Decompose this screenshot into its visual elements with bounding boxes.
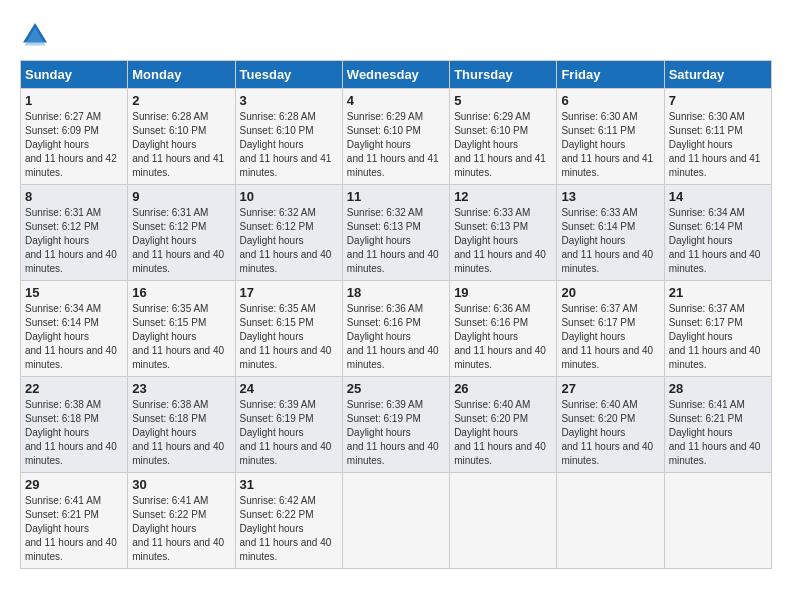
weekday-header-friday: Friday [557, 61, 664, 89]
day-info: Sunrise: 6:28 AM Sunset: 6:10 PM Dayligh… [132, 110, 230, 180]
day-number: 3 [240, 93, 338, 108]
day-info: Sunrise: 6:34 AM Sunset: 6:14 PM Dayligh… [25, 302, 123, 372]
day-info: Sunrise: 6:33 AM Sunset: 6:13 PM Dayligh… [454, 206, 552, 276]
calendar-cell: 7 Sunrise: 6:30 AM Sunset: 6:11 PM Dayli… [664, 89, 771, 185]
day-info: Sunrise: 6:29 AM Sunset: 6:10 PM Dayligh… [454, 110, 552, 180]
day-number: 19 [454, 285, 552, 300]
calendar-cell: 9 Sunrise: 6:31 AM Sunset: 6:12 PM Dayli… [128, 185, 235, 281]
calendar-cell: 12 Sunrise: 6:33 AM Sunset: 6:13 PM Dayl… [450, 185, 557, 281]
day-number: 21 [669, 285, 767, 300]
day-info: Sunrise: 6:39 AM Sunset: 6:19 PM Dayligh… [347, 398, 445, 468]
calendar-cell [557, 473, 664, 569]
calendar-cell [342, 473, 449, 569]
calendar-cell: 19 Sunrise: 6:36 AM Sunset: 6:16 PM Dayl… [450, 281, 557, 377]
calendar-week-row: 1 Sunrise: 6:27 AM Sunset: 6:09 PM Dayli… [21, 89, 772, 185]
calendar-week-row: 15 Sunrise: 6:34 AM Sunset: 6:14 PM Dayl… [21, 281, 772, 377]
calendar-cell: 17 Sunrise: 6:35 AM Sunset: 6:15 PM Dayl… [235, 281, 342, 377]
weekday-header-sunday: Sunday [21, 61, 128, 89]
day-number: 17 [240, 285, 338, 300]
day-info: Sunrise: 6:41 AM Sunset: 6:21 PM Dayligh… [25, 494, 123, 564]
day-number: 16 [132, 285, 230, 300]
calendar-cell: 21 Sunrise: 6:37 AM Sunset: 6:17 PM Dayl… [664, 281, 771, 377]
weekday-header-row: SundayMondayTuesdayWednesdayThursdayFrid… [21, 61, 772, 89]
day-info: Sunrise: 6:29 AM Sunset: 6:10 PM Dayligh… [347, 110, 445, 180]
day-number: 18 [347, 285, 445, 300]
calendar-cell: 1 Sunrise: 6:27 AM Sunset: 6:09 PM Dayli… [21, 89, 128, 185]
day-info: Sunrise: 6:32 AM Sunset: 6:12 PM Dayligh… [240, 206, 338, 276]
day-info: Sunrise: 6:27 AM Sunset: 6:09 PM Dayligh… [25, 110, 123, 180]
day-info: Sunrise: 6:30 AM Sunset: 6:11 PM Dayligh… [561, 110, 659, 180]
weekday-header-wednesday: Wednesday [342, 61, 449, 89]
day-number: 13 [561, 189, 659, 204]
calendar-week-row: 8 Sunrise: 6:31 AM Sunset: 6:12 PM Dayli… [21, 185, 772, 281]
calendar-cell: 25 Sunrise: 6:39 AM Sunset: 6:19 PM Dayl… [342, 377, 449, 473]
calendar-cell: 8 Sunrise: 6:31 AM Sunset: 6:12 PM Dayli… [21, 185, 128, 281]
calendar-cell: 31 Sunrise: 6:42 AM Sunset: 6:22 PM Dayl… [235, 473, 342, 569]
day-info: Sunrise: 6:36 AM Sunset: 6:16 PM Dayligh… [347, 302, 445, 372]
day-info: Sunrise: 6:38 AM Sunset: 6:18 PM Dayligh… [132, 398, 230, 468]
calendar-cell [450, 473, 557, 569]
day-info: Sunrise: 6:34 AM Sunset: 6:14 PM Dayligh… [669, 206, 767, 276]
day-number: 1 [25, 93, 123, 108]
calendar-cell: 10 Sunrise: 6:32 AM Sunset: 6:12 PM Dayl… [235, 185, 342, 281]
calendar-cell: 23 Sunrise: 6:38 AM Sunset: 6:18 PM Dayl… [128, 377, 235, 473]
day-number: 8 [25, 189, 123, 204]
day-info: Sunrise: 6:37 AM Sunset: 6:17 PM Dayligh… [561, 302, 659, 372]
calendar-week-row: 22 Sunrise: 6:38 AM Sunset: 6:18 PM Dayl… [21, 377, 772, 473]
calendar-cell: 11 Sunrise: 6:32 AM Sunset: 6:13 PM Dayl… [342, 185, 449, 281]
calendar-cell: 24 Sunrise: 6:39 AM Sunset: 6:19 PM Dayl… [235, 377, 342, 473]
day-number: 10 [240, 189, 338, 204]
calendar-cell: 16 Sunrise: 6:35 AM Sunset: 6:15 PM Dayl… [128, 281, 235, 377]
day-number: 4 [347, 93, 445, 108]
calendar-cell: 3 Sunrise: 6:28 AM Sunset: 6:10 PM Dayli… [235, 89, 342, 185]
calendar-cell: 14 Sunrise: 6:34 AM Sunset: 6:14 PM Dayl… [664, 185, 771, 281]
day-number: 5 [454, 93, 552, 108]
day-info: Sunrise: 6:40 AM Sunset: 6:20 PM Dayligh… [454, 398, 552, 468]
calendar-cell [664, 473, 771, 569]
day-info: Sunrise: 6:28 AM Sunset: 6:10 PM Dayligh… [240, 110, 338, 180]
day-info: Sunrise: 6:32 AM Sunset: 6:13 PM Dayligh… [347, 206, 445, 276]
calendar-cell: 28 Sunrise: 6:41 AM Sunset: 6:21 PM Dayl… [664, 377, 771, 473]
day-number: 15 [25, 285, 123, 300]
day-number: 25 [347, 381, 445, 396]
day-number: 22 [25, 381, 123, 396]
day-info: Sunrise: 6:37 AM Sunset: 6:17 PM Dayligh… [669, 302, 767, 372]
day-number: 26 [454, 381, 552, 396]
day-info: Sunrise: 6:42 AM Sunset: 6:22 PM Dayligh… [240, 494, 338, 564]
day-info: Sunrise: 6:41 AM Sunset: 6:22 PM Dayligh… [132, 494, 230, 564]
day-info: Sunrise: 6:30 AM Sunset: 6:11 PM Dayligh… [669, 110, 767, 180]
logo-icon [20, 20, 50, 50]
day-number: 30 [132, 477, 230, 492]
day-info: Sunrise: 6:35 AM Sunset: 6:15 PM Dayligh… [240, 302, 338, 372]
calendar-cell: 22 Sunrise: 6:38 AM Sunset: 6:18 PM Dayl… [21, 377, 128, 473]
day-info: Sunrise: 6:41 AM Sunset: 6:21 PM Dayligh… [669, 398, 767, 468]
day-number: 11 [347, 189, 445, 204]
calendar-header: SundayMondayTuesdayWednesdayThursdayFrid… [21, 61, 772, 89]
calendar-cell: 6 Sunrise: 6:30 AM Sunset: 6:11 PM Dayli… [557, 89, 664, 185]
day-number: 27 [561, 381, 659, 396]
day-number: 29 [25, 477, 123, 492]
day-info: Sunrise: 6:38 AM Sunset: 6:18 PM Dayligh… [25, 398, 123, 468]
calendar-cell: 2 Sunrise: 6:28 AM Sunset: 6:10 PM Dayli… [128, 89, 235, 185]
logo [20, 20, 54, 50]
day-number: 6 [561, 93, 659, 108]
day-number: 14 [669, 189, 767, 204]
calendar-cell: 15 Sunrise: 6:34 AM Sunset: 6:14 PM Dayl… [21, 281, 128, 377]
day-info: Sunrise: 6:35 AM Sunset: 6:15 PM Dayligh… [132, 302, 230, 372]
day-number: 31 [240, 477, 338, 492]
day-number: 28 [669, 381, 767, 396]
day-info: Sunrise: 6:40 AM Sunset: 6:20 PM Dayligh… [561, 398, 659, 468]
day-number: 23 [132, 381, 230, 396]
calendar-cell: 29 Sunrise: 6:41 AM Sunset: 6:21 PM Dayl… [21, 473, 128, 569]
day-info: Sunrise: 6:31 AM Sunset: 6:12 PM Dayligh… [25, 206, 123, 276]
calendar-week-row: 29 Sunrise: 6:41 AM Sunset: 6:21 PM Dayl… [21, 473, 772, 569]
day-number: 7 [669, 93, 767, 108]
calendar-body: 1 Sunrise: 6:27 AM Sunset: 6:09 PM Dayli… [21, 89, 772, 569]
day-info: Sunrise: 6:31 AM Sunset: 6:12 PM Dayligh… [132, 206, 230, 276]
day-number: 20 [561, 285, 659, 300]
calendar-cell: 26 Sunrise: 6:40 AM Sunset: 6:20 PM Dayl… [450, 377, 557, 473]
day-number: 2 [132, 93, 230, 108]
weekday-header-monday: Monday [128, 61, 235, 89]
weekday-header-tuesday: Tuesday [235, 61, 342, 89]
weekday-header-thursday: Thursday [450, 61, 557, 89]
